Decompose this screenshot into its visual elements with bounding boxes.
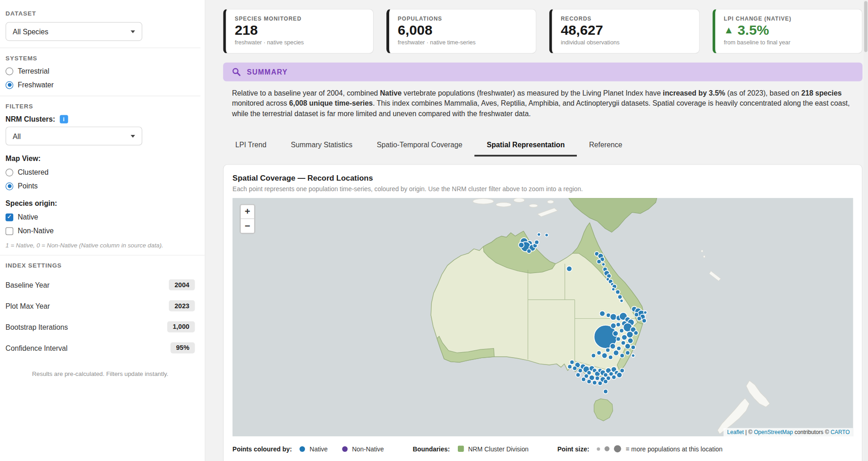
basemap-svg: [233, 198, 853, 436]
legend-boundaries-label: Boundaries:: [412, 445, 450, 452]
map-point[interactable]: [581, 377, 586, 382]
map-title: Spatial Coverage — Record Locations: [233, 174, 853, 182]
map-point[interactable]: [619, 329, 624, 333]
carto-link[interactable]: CARTO: [830, 429, 850, 435]
map-point[interactable]: [628, 338, 633, 343]
map-attribution: Leaflet | © OpenStreetMap contributors ©…: [724, 428, 853, 436]
map-point[interactable]: [576, 373, 580, 377]
map-point[interactable]: [616, 337, 621, 342]
map-point[interactable]: [625, 343, 630, 349]
map-point[interactable]: [644, 311, 647, 314]
radio-terrestrial[interactable]: Terrestrial: [5, 67, 195, 75]
map-point[interactable]: [537, 233, 541, 236]
index-settings-header: Index Settings: [5, 262, 195, 269]
map-point[interactable]: [634, 331, 638, 336]
legend-boundary-name: NRM Cluster Division: [468, 445, 528, 452]
zoom-in-button[interactable]: +: [241, 205, 254, 219]
chevron-down-icon: [130, 134, 135, 137]
map-point[interactable]: [618, 295, 622, 300]
map-point[interactable]: [608, 355, 613, 360]
map-point[interactable]: [519, 242, 524, 248]
map-point[interactable]: [578, 369, 583, 373]
map-point[interactable]: [616, 322, 621, 327]
tab-lpi-trend[interactable]: LPI Trend: [223, 136, 278, 157]
radio-clustered[interactable]: Clustered: [5, 168, 195, 177]
radio-icon: [5, 67, 13, 75]
map-point[interactable]: [573, 366, 577, 371]
map-point[interactable]: [602, 263, 605, 266]
main-content: Species Monitored 218 freshwater · nativ…: [206, 0, 868, 461]
dataset-select[interactable]: All Species: [5, 22, 142, 41]
map-point[interactable]: [613, 350, 619, 356]
map-point[interactable]: [535, 240, 539, 245]
non-native-dot-icon: [342, 446, 347, 452]
map-point[interactable]: [602, 353, 607, 359]
map-point[interactable]: [625, 351, 630, 355]
scrollbar[interactable]: [863, 0, 868, 461]
map-point[interactable]: [527, 249, 532, 254]
map-point[interactable]: [627, 332, 633, 338]
radio-freshwater[interactable]: Freshwater: [5, 81, 195, 89]
scrollbar-thumb[interactable]: [864, 1, 868, 52]
map-point[interactable]: [637, 316, 641, 321]
map-point[interactable]: [568, 365, 572, 369]
map-point[interactable]: [617, 372, 622, 378]
radio-clustered-label: Clustered: [18, 168, 49, 177]
tab-spatial-representation[interactable]: Spatial Representation: [475, 136, 577, 157]
nrm-clusters-label: NRM Clusters:: [5, 115, 55, 123]
leaflet-map[interactable]: + − Leaflet | © OpenStreetMap contributo…: [233, 198, 853, 436]
plot-max-year-badge: 2023: [169, 300, 195, 311]
map-point[interactable]: [622, 335, 627, 340]
map-point[interactable]: [621, 341, 626, 345]
map-point[interactable]: [566, 266, 572, 272]
stat-value: ▲ 3.5%: [724, 22, 853, 38]
map-point[interactable]: [616, 290, 620, 295]
map-point[interactable]: [620, 369, 624, 373]
map-point[interactable]: [631, 345, 635, 350]
map-point[interactable]: [620, 300, 623, 303]
map-point[interactable]: [631, 354, 635, 357]
radio-points[interactable]: Points: [5, 182, 195, 190]
checkbox-non-native-label: Non-Native: [18, 227, 54, 235]
tab-reference[interactable]: Reference: [577, 136, 635, 157]
map-point[interactable]: [570, 360, 575, 365]
dataset-section-header: Dataset: [5, 10, 195, 17]
map-point[interactable]: [642, 319, 646, 323]
map-point[interactable]: [634, 313, 639, 317]
search-icon: [232, 68, 241, 76]
map-point[interactable]: [587, 380, 591, 384]
map-point[interactable]: [620, 354, 624, 358]
tab-summary-statistics[interactable]: Summary Statistics: [279, 136, 365, 157]
map-point[interactable]: [597, 351, 602, 355]
map-point[interactable]: [611, 323, 616, 329]
map-point[interactable]: [597, 260, 602, 264]
nrm-clusters-select[interactable]: All: [5, 127, 142, 145]
checkbox-native[interactable]: Native: [5, 213, 195, 221]
map-point[interactable]: [606, 348, 610, 353]
map-point[interactable]: [612, 288, 615, 291]
tab-bar: LPI Trend Summary Statistics Spatio-Temp…: [223, 136, 863, 157]
leaflet-link[interactable]: Leaflet: [727, 429, 743, 435]
tab-spatio-temporal-coverage[interactable]: Spatio-Temporal Coverage: [364, 136, 474, 157]
map-card: Spatial Coverage — Record Locations Each…: [223, 165, 863, 461]
map-point[interactable]: [595, 376, 600, 381]
map-point[interactable]: [603, 380, 608, 384]
zoom-out-button[interactable]: −: [241, 219, 254, 233]
map-point[interactable]: [610, 343, 615, 349]
map-point[interactable]: [612, 375, 616, 380]
nrm-clusters-label-row: NRM Clusters: i: [5, 115, 195, 123]
map-point[interactable]: [610, 314, 616, 321]
map-point[interactable]: [600, 311, 605, 316]
summary-banner-title: SUMMARY: [247, 68, 288, 76]
map-point[interactable]: [598, 381, 602, 386]
checkbox-non-native[interactable]: Non-Native: [5, 227, 195, 235]
map-point[interactable]: [545, 234, 548, 237]
openstreetmap-link[interactable]: OpenStreetMap: [754, 429, 793, 435]
legend-points-label: Points coloured by:: [233, 445, 292, 452]
point-size-medium-icon: [605, 446, 610, 451]
map-point[interactable]: [603, 390, 608, 394]
map-point[interactable]: [591, 354, 596, 358]
map-point[interactable]: [613, 331, 618, 337]
info-icon[interactable]: i: [60, 115, 68, 123]
map-point[interactable]: [592, 381, 597, 385]
